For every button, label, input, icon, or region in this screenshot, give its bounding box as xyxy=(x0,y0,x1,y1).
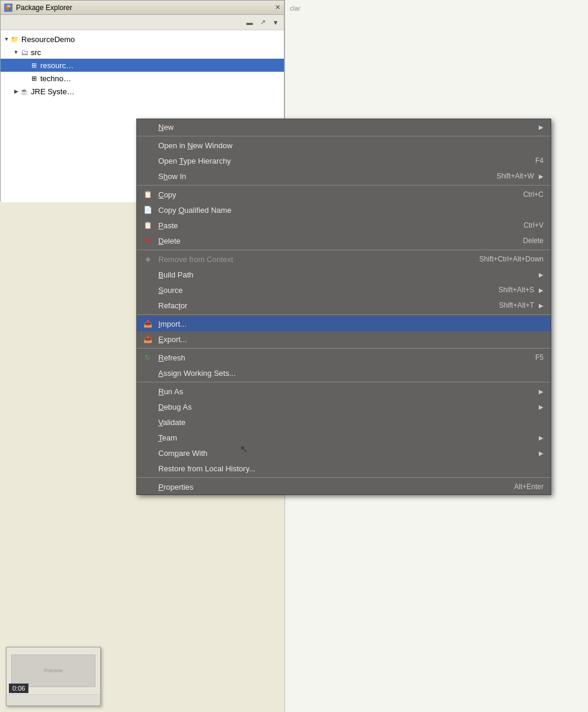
menu-label-copy-qualified-name: Copy Qualified Name xyxy=(158,206,544,215)
expand-arrow-resourcedemo: ▼ xyxy=(3,36,10,43)
menu-label-remove-from-context: Remove from Context xyxy=(158,255,468,264)
copy-icon: 📋 xyxy=(142,189,154,200)
menu-item-refactor[interactable]: Refactor Shift+Alt+T ▶ xyxy=(137,298,551,313)
view-menu-button[interactable]: ▼ xyxy=(270,17,282,28)
menu-item-copy[interactable]: 📋 Copy Ctrl+C xyxy=(137,187,551,202)
menu-item-export[interactable]: 📤 Export... xyxy=(137,331,551,347)
menu-arrow-compare-with: ▶ xyxy=(539,450,544,456)
tree-item-jre[interactable]: ▶ ☕ JRE Syste… xyxy=(1,85,284,98)
video-overlay: Preview 0:06 xyxy=(6,647,101,706)
menu-arrow-debug-as: ▶ xyxy=(539,404,544,410)
menu-shortcut-source: Shift+Alt+S xyxy=(498,286,534,294)
remove-icon: ◈ xyxy=(142,253,154,265)
menu-separator-2 xyxy=(137,185,551,186)
menu-shortcut-refactor: Shift+Alt+T xyxy=(499,301,534,309)
tree-label-resourcedemo: ResourceDemo xyxy=(21,35,75,44)
video-thumbnail-inner: Preview xyxy=(11,654,95,687)
jre-icon: ☕ xyxy=(20,87,29,96)
menu-arrow-build-path: ▶ xyxy=(539,272,544,278)
menu-item-open-new-window[interactable]: Open in New Window xyxy=(137,138,551,153)
export-icon: 📤 xyxy=(142,333,154,345)
collapse-all-button[interactable]: ▬ xyxy=(244,17,255,28)
menu-item-restore-local-history[interactable]: Restore from Local History... xyxy=(137,461,551,476)
menu-label-assign-working-sets: Assign Working Sets... xyxy=(158,369,544,378)
menu-label-restore-local-history: Restore from Local History... xyxy=(158,464,544,473)
delete-icon: ✖ xyxy=(142,235,154,247)
menu-separator-5 xyxy=(137,348,551,349)
menu-item-refresh[interactable]: ↻ Refresh F5 xyxy=(137,350,551,365)
menu-label-export: Export... xyxy=(158,335,544,344)
tree-item-src[interactable]: ▼ 🗂 src xyxy=(1,46,284,59)
menu-shortcut-refresh: F5 xyxy=(535,353,544,362)
panel-title-bar: 📦 Package Explorer ✕ xyxy=(1,1,284,15)
menu-arrow-run-as: ▶ xyxy=(539,388,544,395)
copy-qualified-icon: 📄 xyxy=(142,204,154,216)
menu-separator-7 xyxy=(137,477,551,478)
menu-item-delete[interactable]: ✖ Delete Delete xyxy=(137,233,551,248)
menu-label-run-as: Run As xyxy=(158,387,534,396)
menu-item-copy-qualified-name[interactable]: 📄 Copy Qualified Name xyxy=(137,202,551,218)
menu-item-source[interactable]: Source Shift+Alt+S ▶ xyxy=(137,282,551,298)
menu-arrow-refactor: ▶ xyxy=(539,302,544,309)
menu-arrow-team: ▶ xyxy=(539,435,544,441)
expand-arrow-src: ▼ xyxy=(12,49,20,56)
tree-item-resource[interactable]: ⊞ resourc… xyxy=(1,59,284,72)
menu-label-paste: Paste xyxy=(158,221,512,230)
import-icon: 📥 xyxy=(142,318,154,330)
menu-item-validate[interactable]: Validate xyxy=(137,414,551,430)
expand-arrow-resource xyxy=(22,62,29,69)
menu-arrow-source: ▶ xyxy=(539,287,544,293)
menu-item-import[interactable]: 📥 Import... xyxy=(137,316,551,331)
video-time: 0:06 xyxy=(9,684,28,693)
tree-item-techno[interactable]: ⊞ techno… xyxy=(1,72,284,85)
menu-separator-3 xyxy=(137,250,551,250)
tree-label-techno: techno… xyxy=(40,74,71,83)
panel-close-button[interactable]: ✕ xyxy=(275,4,280,11)
menu-label-new: New xyxy=(158,123,534,132)
src-folder-icon: 🗂 xyxy=(20,47,29,57)
menu-shortcut-open-type-hierarchy: F4 xyxy=(535,157,544,165)
paste-icon: 📋 xyxy=(142,219,154,231)
tree-label-resource: resourc… xyxy=(40,61,74,70)
menu-label-show-in: Show In xyxy=(158,172,485,181)
refresh-icon: ↻ xyxy=(142,352,154,363)
menu-label-open-new-window: Open in New Window xyxy=(158,141,544,150)
menu-label-open-type-hierarchy: Open Type Hierarchy xyxy=(158,157,523,165)
menu-item-assign-working-sets[interactable]: Assign Working Sets... xyxy=(137,365,551,381)
link-with-editor-button[interactable]: ↗ xyxy=(257,17,269,28)
menu-label-validate: Validate xyxy=(158,418,544,427)
menu-shortcut-delete: Delete xyxy=(523,237,544,245)
menu-item-remove-from-context: ◈ Remove from Context Shift+Ctrl+Alt+Dow… xyxy=(137,251,551,267)
menu-shortcut-properties: Alt+Enter xyxy=(514,483,544,491)
menu-separator-6 xyxy=(137,382,551,382)
menu-label-properties: Properties xyxy=(158,483,502,491)
project-icon: 📁 xyxy=(10,34,20,44)
menu-item-paste[interactable]: 📋 Paste Ctrl+V xyxy=(137,218,551,233)
expand-arrow-techno xyxy=(22,75,29,82)
panel-icon: 📦 xyxy=(4,4,12,12)
menu-arrow-show-in: ▶ xyxy=(539,173,544,180)
tree-item-resourcedemo[interactable]: ▼ 📁 ResourceDemo xyxy=(1,33,284,46)
menu-item-team[interactable]: Team ▶ xyxy=(137,430,551,445)
menu-item-new[interactable]: New ▶ xyxy=(137,119,551,135)
video-thumbnail: Preview 0:06 xyxy=(7,647,100,695)
tree-label-jre: JRE Syste… xyxy=(31,87,75,96)
expand-arrow-jre: ▶ xyxy=(12,88,20,95)
menu-item-build-path[interactable]: Build Path ▶ xyxy=(137,267,551,282)
package-icon-techno: ⊞ xyxy=(29,74,39,83)
menu-separator-4 xyxy=(137,314,551,315)
menu-label-debug-as: Debug As xyxy=(158,403,534,411)
menu-item-compare-with[interactable]: Compare With ▶ xyxy=(137,445,551,461)
menu-item-properties[interactable]: Properties Alt+Enter xyxy=(137,479,551,494)
menu-item-run-as[interactable]: Run As ▶ xyxy=(137,384,551,399)
menu-label-import: Import... xyxy=(158,320,544,328)
menu-item-open-type-hierarchy[interactable]: Open Type Hierarchy F4 xyxy=(137,153,551,168)
menu-arrow-new: ▶ xyxy=(539,124,544,130)
menu-item-debug-as[interactable]: Debug As ▶ xyxy=(137,399,551,414)
panel-title: Package Explorer xyxy=(16,4,72,12)
menu-item-show-in[interactable]: Show In Shift+Alt+W ▶ xyxy=(137,168,551,184)
tree-label-src: src xyxy=(31,48,41,57)
menu-label-refresh: Refresh xyxy=(158,353,523,362)
menu-separator-1 xyxy=(137,136,551,136)
package-icon-resource: ⊞ xyxy=(29,60,39,70)
